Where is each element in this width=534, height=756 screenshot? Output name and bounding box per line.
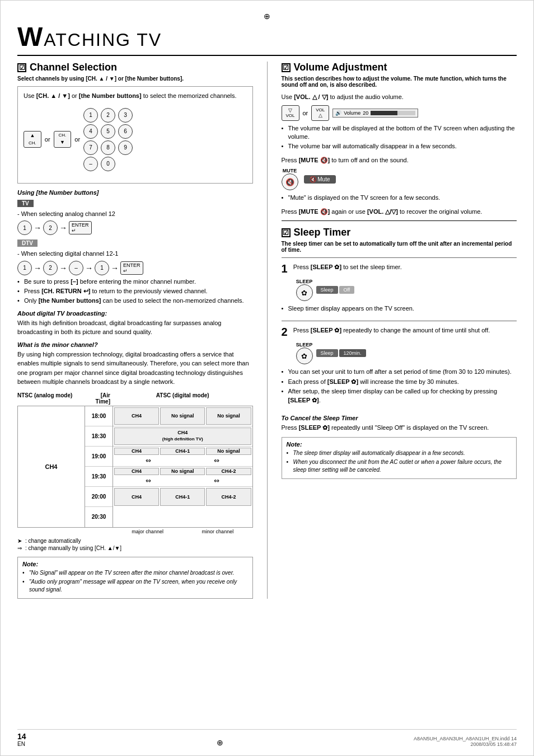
- time-1830: 18:30: [85, 426, 113, 447]
- sleep-note-list: The sleep timer display will automatical…: [287, 449, 512, 474]
- step2-bullet-3: After setup, the sleep timer display can…: [282, 387, 517, 405]
- minor-channel-text: By using high compression technology, di…: [17, 350, 253, 387]
- mute-circle: 🔇: [282, 173, 298, 190]
- dseq-dash: –: [69, 261, 83, 275]
- vol-or: or: [303, 110, 308, 116]
- mute-display: MUTE 🔇 🔇 Mute: [282, 168, 517, 190]
- r1c2: No signal: [160, 407, 205, 425]
- darrow-1: →: [34, 264, 41, 273]
- sleep-circle-1: ✿: [296, 284, 313, 301]
- major-channel-label: major channel: [113, 529, 182, 534]
- ch-down-key: CH. ▼: [54, 131, 72, 148]
- page-lang: EN: [17, 741, 26, 747]
- auto-arrow-icon: ➤: [17, 538, 22, 544]
- seq-num-2: 2: [43, 220, 58, 235]
- sleep-note-1: The sleep timer display will automatical…: [287, 449, 512, 457]
- volume-heading: Volume Adjustment: [294, 62, 387, 73]
- r2c1: CH4(high definition TV): [114, 428, 251, 445]
- big-w: W: [17, 24, 44, 50]
- mute-instruction: Press [MUTE 🔇] to turn off and on the so…: [282, 156, 517, 165]
- enter-key-analog: ENTER↵: [69, 221, 92, 234]
- num-8: 8: [101, 140, 115, 155]
- vol-instruction: Use [VOL. △ / ▽] to adjust the audio vol…: [282, 92, 517, 102]
- vol-down-key: ▽ VOL: [282, 105, 299, 121]
- channel-instruction-box: Use [CH. ▲ / ▼] or [the Number buttons] …: [17, 86, 253, 184]
- mute-key-group: MUTE 🔇: [282, 168, 298, 190]
- arrow-left-right-1: ⇔: [146, 457, 151, 464]
- footer-right: A8AN5UH_A8AN3UH_A8AN1UH_EN.indd 14 2008/…: [414, 736, 517, 747]
- num-4: 4: [83, 124, 98, 139]
- sleep-timer-title: ☑ Sleep Timer: [282, 227, 517, 238]
- manual-arrow-icon: ⇒: [17, 545, 22, 551]
- vol-bullet-list: The volume bar will be displayed at the …: [282, 124, 517, 151]
- atsc-row-4: CH4 No signal CH4-2 ⇔ ⇔: [113, 467, 252, 487]
- section-divider: [282, 220, 517, 221]
- channel-instruction-text: Use [CH. ▲ / ▼] or [the Number buttons] …: [24, 91, 247, 101]
- atsc-row-2: CH4(high definition TV): [113, 426, 252, 447]
- cancel-sleep-text: Press [SLEEP ✿] repeatedly until "Sleep …: [282, 423, 517, 433]
- channel-selection-title: ☑ Channel Selection: [17, 62, 253, 73]
- channel-note-box: Note: "No Signal" will appear on the TV …: [17, 557, 253, 599]
- r4c3: CH4-2: [206, 468, 251, 475]
- time-1800: 18:00: [85, 406, 113, 426]
- channel-note-2: "Audio only program" message will appear…: [22, 578, 248, 594]
- r4c1: CH4: [114, 468, 159, 475]
- step1-bullet-1: Sleep timer display appears on the TV sc…: [282, 304, 517, 313]
- atsc-data-col: CH4 No signal No signal CH4(high definit…: [113, 406, 252, 527]
- atsc-grid: CH4 18:00 18:30 19:00 19:30 20:00 20:30: [17, 406, 253, 528]
- volume-checkbox-icon: ☑: [282, 63, 291, 72]
- legend: ➤ : change automatically ⇒ : change manu…: [17, 538, 253, 551]
- r3c3: No signal: [206, 448, 251, 455]
- channel-bullet-list: Be sure to press [–] before entering the…: [17, 278, 253, 306]
- vol-bullet-1: The volume bar will be displayed at the …: [282, 124, 517, 142]
- step2-display: SLEEP ✿ Sleep 120min.: [296, 342, 517, 364]
- dseq-num-2: 2: [43, 261, 58, 275]
- sleep-heading: Sleep Timer: [294, 227, 351, 238]
- dseq-num-1b: 1: [95, 261, 109, 275]
- r3c2: CH4-1: [160, 448, 205, 455]
- sleep-note-title: Note:: [287, 441, 512, 448]
- arrow-lr-3: ⇔: [146, 477, 151, 485]
- volume-subtitle: This section describes how to adjust the…: [282, 76, 517, 88]
- manual-text: : change manually by using [CH. ▲/▼]: [25, 545, 121, 551]
- sleep-note-2: When you disconnect the unit from the AC…: [287, 458, 512, 474]
- vol-bullet-2: The volume bar will automatically disapp…: [282, 142, 517, 151]
- number-grid: 1 2 3 4 5 6 7 8 9 – 0: [83, 108, 134, 171]
- column-divider: [267, 62, 268, 599]
- arrow-left-right-2: ⇔: [214, 457, 219, 464]
- bottom-labels: major channel minor channel: [17, 529, 253, 534]
- r1c1: CH4: [114, 407, 159, 425]
- sleep-subtitle: The sleep timer can be set to automatica…: [282, 241, 517, 253]
- vol-display-row: ▽ VOL or VOL △ 🔊 Volume 20: [282, 105, 517, 121]
- time-2030: 20:30: [85, 507, 113, 527]
- enter-key-digital: ENTER↵: [120, 261, 143, 275]
- minor-channel-heading: What is the minor channel?: [17, 341, 253, 348]
- step2-badges: Sleep 120min.: [316, 349, 366, 357]
- r3c1: CH4: [114, 448, 159, 455]
- tv-badge: TV: [17, 200, 34, 207]
- step2-120-badge: 120min.: [339, 349, 366, 357]
- sleep-circle-2: ✿: [296, 348, 313, 364]
- atsc-diagram: NTSC (analog mode) [Air Time] ATSC (digi…: [17, 392, 253, 551]
- minor-channel-label: minor channel: [182, 529, 252, 534]
- num-minus: –: [83, 157, 98, 171]
- step2-instruction: Press [SLEEP ✿] repeatedly to change the…: [293, 326, 490, 335]
- vol-label: Volume: [344, 110, 360, 116]
- num-7: 7: [83, 140, 98, 155]
- title-rest: ATCHING TV: [44, 30, 162, 50]
- vol-up-key: VOL △: [311, 105, 329, 121]
- time-1930: 19:30: [85, 467, 113, 487]
- right-column: ☑ Volume Adjustment This section describ…: [282, 62, 517, 599]
- volume-adjustment-title: ☑ Volume Adjustment: [282, 62, 517, 73]
- legend-manual: ⇒ : change manually by using [CH. ▲/▼]: [17, 545, 253, 551]
- ntsc-label: NTSC (analog mode): [17, 392, 85, 405]
- analog-label: - When selecting analog channel 12: [17, 209, 253, 219]
- step2-num: 2: [282, 326, 288, 339]
- footer-date: 2008/03/05 15:48:47: [414, 741, 517, 747]
- sleep-label-2: SLEEP: [296, 342, 313, 348]
- auto-text: : change automatically: [25, 538, 81, 544]
- dseq-num-1: 1: [17, 261, 32, 275]
- channel-note-title: Note:: [22, 561, 248, 567]
- num-2: 2: [101, 108, 115, 123]
- r4c2: No signal: [160, 468, 205, 475]
